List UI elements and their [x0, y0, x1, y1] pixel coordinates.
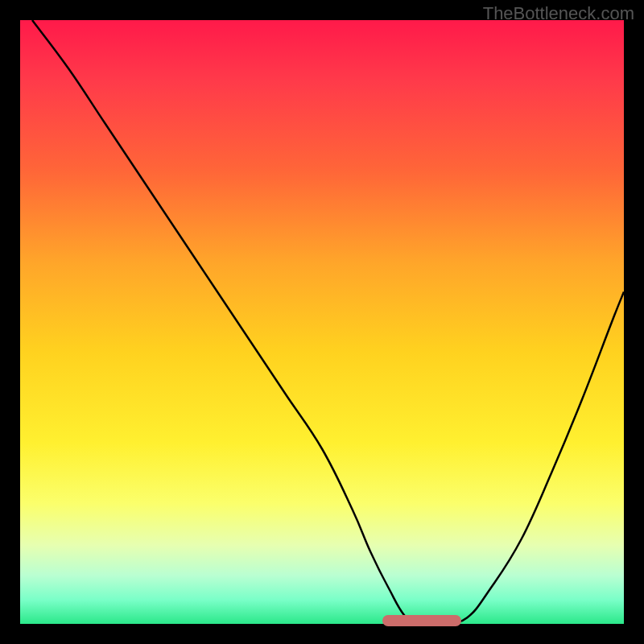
optimal-region-marker — [382, 615, 461, 626]
watermark-text: TheBottleneck.com — [483, 3, 634, 24]
chart-plot-area — [20, 20, 624, 624]
bottleneck-curve — [20, 20, 624, 624]
curve-line — [32, 20, 624, 624]
